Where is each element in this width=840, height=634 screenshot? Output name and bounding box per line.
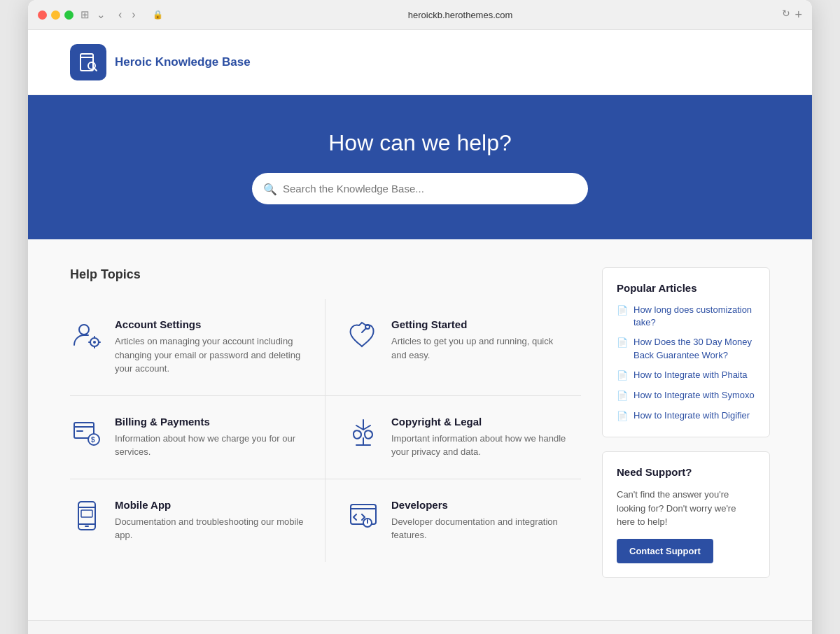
- topics-section-title: Help Topics: [70, 267, 581, 282]
- lock-icon: 🔒: [153, 10, 163, 20]
- topics-section: Help Topics: [70, 267, 581, 592]
- url-input[interactable]: [146, 10, 776, 20]
- svg-rect-22: [81, 510, 92, 517]
- topic-item-getting-started[interactable]: Getting Started Articles to get you up a…: [326, 299, 581, 396]
- fullscreen-dot[interactable]: [64, 10, 74, 20]
- back-button[interactable]: ‹: [115, 7, 125, 22]
- topic-grid: Account Settings Articles on managing yo…: [70, 299, 581, 562]
- legal-icon: [346, 416, 380, 449]
- topic-name: Billing & Payments: [115, 416, 304, 428]
- article-item-2[interactable]: 📄 How to Integrate with Phaita: [617, 369, 755, 382]
- article-item-1[interactable]: 📄 How Does the 30 Day Money Back Guarant…: [617, 336, 755, 361]
- page-content: Heroic Knowledge Base How can we help? 🔍…: [28, 30, 812, 634]
- contact-support-button[interactable]: Contact Support: [617, 539, 713, 563]
- account-settings-icon: [70, 318, 104, 352]
- new-tab-icon[interactable]: +: [794, 8, 802, 22]
- popular-articles-card: Popular Articles 📄 How long does customi…: [602, 267, 770, 437]
- topic-info-mobile: Mobile App Documentation and troubleshoo…: [115, 499, 304, 542]
- site-title: Heroic Knowledge Base: [115, 55, 251, 70]
- article-list: 📄 How long does customization take? 📄 Ho…: [617, 304, 755, 423]
- topic-info-developers: Developers Developer documentation and i…: [391, 499, 567, 542]
- article-link: How to Integrate with Digifier: [634, 409, 750, 422]
- forward-button[interactable]: ›: [129, 7, 138, 22]
- browser-action-buttons: ↻ +: [782, 8, 802, 22]
- need-support-title: Need Support?: [617, 466, 755, 478]
- topic-item-account-settings[interactable]: Account Settings Articles on managing yo…: [70, 299, 326, 396]
- sidebar-toggle-button[interactable]: ⊞: [80, 8, 90, 21]
- topic-desc: Documentation and troubleshooting our mo…: [115, 515, 304, 542]
- article-item-0[interactable]: 📄 How long does customization take?: [617, 304, 755, 329]
- close-dot[interactable]: [38, 10, 47, 20]
- getting-started-icon: [346, 318, 380, 352]
- topic-name: Mobile App: [115, 499, 304, 511]
- svg-point-4: [79, 325, 89, 334]
- topic-info-getting-started: Getting Started Articles to get you up a…: [391, 318, 567, 362]
- search-bar-wrapper: 🔍: [252, 173, 588, 204]
- browser-dots: [38, 10, 74, 20]
- logo-icon: [70, 44, 106, 80]
- article-link: How to Integrate with Phaita: [634, 369, 748, 381]
- topic-desc: Articles to get you up and running, quic…: [391, 334, 567, 362]
- topic-info-billing: Billing & Payments Information about how…: [115, 416, 304, 459]
- topic-name: Getting Started: [391, 318, 567, 330]
- logo-wrapper: Heroic Knowledge Base: [70, 44, 251, 80]
- article-link: How to Integrate with Symoxo: [634, 389, 755, 402]
- doc-icon: 📄: [617, 304, 628, 317]
- reload-icon[interactable]: ↻: [782, 8, 790, 22]
- sidebar-section: Popular Articles 📄 How long does customi…: [602, 267, 770, 592]
- main-content: Help Topics: [28, 239, 812, 620]
- doc-icon: 📄: [617, 337, 628, 349]
- topic-name: Account Settings: [115, 318, 304, 330]
- topic-info-account-settings: Account Settings Articles on managing yo…: [115, 318, 304, 376]
- mobile-icon: [70, 499, 104, 533]
- topic-desc: Information about how we charge you for …: [115, 432, 304, 459]
- need-support-card: Need Support? Can't find the answer you'…: [602, 451, 770, 578]
- doc-icon: 📄: [617, 390, 628, 402]
- browser-window: ⊞ ⌄ ‹ › 🔒 ↻ +: [28, 0, 812, 634]
- support-description: Can't find the answer you're looking for…: [617, 488, 755, 529]
- billing-icon: $: [70, 416, 104, 449]
- topic-name: Developers: [391, 499, 567, 511]
- article-item-3[interactable]: 📄 How to Integrate with Symoxo: [617, 389, 755, 402]
- topic-name: Copyright & Legal: [391, 416, 567, 428]
- popular-articles-title: Popular Articles: [617, 282, 755, 294]
- doc-icon: 📄: [617, 410, 628, 423]
- hero-title: How can we help?: [70, 130, 770, 156]
- browser-nav: ‹ ›: [115, 7, 139, 22]
- topic-info-legal: Copyright & Legal Important information …: [391, 416, 567, 459]
- topic-desc: Important information about how we handl…: [391, 432, 567, 459]
- url-bar-wrapper: 🔒: [146, 10, 776, 20]
- article-link: How long does customization take?: [634, 304, 755, 329]
- svg-point-28: [368, 523, 368, 524]
- book-icon: [78, 52, 99, 73]
- chevron-down-icon[interactable]: ⌄: [97, 8, 106, 21]
- search-input[interactable]: [252, 173, 588, 204]
- svg-line-3: [94, 68, 97, 71]
- doc-icon: 📄: [617, 369, 628, 382]
- topic-item-mobile[interactable]: Mobile App Documentation and troubleshoo…: [70, 479, 326, 562]
- site-footer: Copyright © 2022 Heroic KB Demo: [28, 620, 812, 634]
- minimize-dot[interactable]: [51, 10, 60, 20]
- site-header: Heroic Knowledge Base: [28, 30, 812, 95]
- svg-point-10: [93, 341, 96, 344]
- topic-item-developers[interactable]: Developers Developer documentation and i…: [326, 479, 581, 562]
- topic-desc: Developer documentation and integration …: [391, 515, 567, 542]
- article-item-4[interactable]: 📄 How to Integrate with Digifier: [617, 409, 755, 423]
- svg-point-11: [365, 325, 370, 329]
- browser-toolbar: ⊞ ⌄ ‹ › 🔒 ↻ +: [28, 0, 812, 30]
- topic-item-legal[interactable]: Copyright & Legal Important information …: [326, 396, 581, 479]
- topic-item-billing[interactable]: $ Billing & Payments Information about h…: [70, 396, 326, 479]
- topic-desc: Articles on managing your account includ…: [115, 334, 304, 376]
- svg-text:$: $: [91, 436, 95, 444]
- developers-icon: [346, 499, 380, 533]
- article-link: How Does the 30 Day Money Back Guarantee…: [634, 336, 755, 361]
- hero-section: How can we help? 🔍: [28, 95, 812, 239]
- search-icon: 🔍: [263, 182, 277, 195]
